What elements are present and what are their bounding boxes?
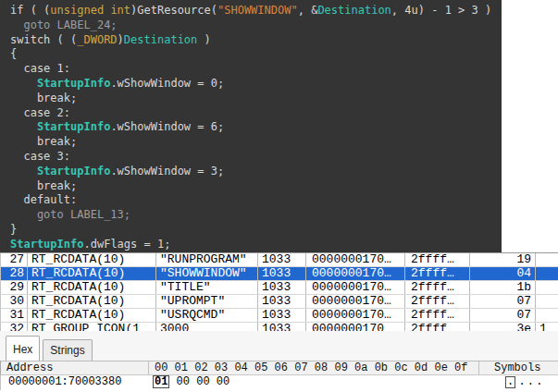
resource-row-27[interactable]: 27RT_RCDATA(10)"RUNPROGRAM"1033000000017… [0,253,558,267]
code-line: default: [10,193,502,208]
resource-address: 0000000170… [306,267,405,280]
resource-address: 0000000170… [306,309,405,322]
resource-language: 1033 [258,267,306,280]
resource-index: 28 [1,267,28,280]
symbol-values: . . . . [479,375,558,390]
resource-size: 07 [470,309,536,322]
resource-row-29[interactable]: 29RT_RCDATA(10)"TITLE"10330000000170…2ff… [0,281,558,295]
code-line: { [10,47,502,62]
resource-type: RT_RCDATA(10) [28,253,156,266]
code-line: StartupInfo.dwFlags = 1; [10,238,502,252]
resource-extra [536,309,558,322]
code-line: StartupInfo.wShowWindow = 0; [10,77,502,92]
code-line: break; [10,135,502,150]
resource-size: 1b [470,281,536,294]
resource-language: 1033 [258,323,306,331]
selected-symbol[interactable]: . [505,376,515,388]
resource-size: 3e [470,323,536,331]
code-line: switch ( (_DWORD)Destination ) [10,33,502,48]
decompiler-pseudocode-pane[interactable]: if ( (unsigned int)GetResource("SHOWWIND… [0,0,502,252]
code-line: } [10,223,502,238]
resource-index: 29 [1,281,28,294]
resource-index: 31 [1,309,28,322]
resource-offset: 2ffff… [405,309,470,322]
symbols-column-header[interactable]: Symbols [479,361,558,374]
resource-size: 04 [470,267,536,280]
resource-row-32[interactable]: 32RT_GROUP_ICON(13000103300000001702ffff… [0,323,558,331]
resource-extra: 1 [536,323,558,331]
hex-tabs: HexStrings [6,335,95,361]
resource-name: "RUNPROGRAM" [156,253,258,266]
resource-offset: 2ffff… [405,281,470,294]
address-column-header[interactable]: Address [1,361,149,374]
tab-hex[interactable]: Hex [6,336,40,361]
resource-table: 27RT_RCDATA(10)"RUNPROGRAM"1033000000017… [0,252,558,331]
byte-values: 01 00 00 00 [149,375,479,390]
code-line: goto LABEL_24; [10,18,502,33]
resource-address: 0000000170 [306,323,405,331]
code-line: StartupInfo.wShowWindow = 3; [10,165,502,179]
resource-index: 27 [1,253,28,266]
resource-extra [536,267,558,280]
resource-name: 3000 [156,323,258,331]
resource-name: "UPROMPT" [156,295,258,308]
resource-type: RT_RCDATA(10) [28,295,156,308]
resource-address: 0000000170… [306,295,405,308]
resource-offset: 2ffff [405,323,470,331]
code-line: break; [10,92,502,106]
resource-type: RT_RCDATA(10) [28,281,156,294]
code-line: case 3: [10,150,502,165]
resource-language: 1033 [258,309,306,322]
byte-rest: 00 00 00 [169,375,229,388]
hex-viewer-pane: HexStrings Address 00 01 02 03 04 05 06 … [0,331,558,392]
selected-byte[interactable]: 01 [153,375,169,388]
resource-type: RT_RCDATA(10) [28,309,156,322]
resource-offset: 2ffff… [405,295,470,308]
resource-index: 30 [1,295,28,308]
hex-data-row[interactable]: 00000001:70003380 01 00 00 00 . . . . [0,375,558,390]
malware-analysis-workspace: if ( (unsigned int)GetResource("SHOWWIND… [0,0,558,392]
code-line: break; [10,179,502,194]
resource-extra [536,281,558,294]
resource-extra [536,295,558,308]
resource-address: 0000000170… [306,253,405,266]
symbol-rest: . . . [516,375,542,388]
resource-offset: 2ffff… [405,253,470,266]
resource-offset: 2ffff… [405,267,470,280]
byte-offsets-column-header[interactable]: 00 01 02 03 04 05 06 07 08 09 0a 0b 0c 0… [149,361,479,374]
resource-language: 1033 [258,295,306,308]
code-line: case 1: [10,62,502,77]
resource-language: 1033 [258,253,306,266]
resource-size: 07 [470,295,536,308]
resource-type: RT_RCDATA(10) [28,267,156,280]
resource-row-31[interactable]: 31RT_RCDATA(10)"USRQCMD"10330000000170…2… [0,309,558,323]
code-line: case 2: [10,106,502,121]
resource-address: 0000000170… [306,281,405,294]
resource-name: "TITLE" [156,281,258,294]
code-line: StartupInfo.wShowWindow = 6; [10,120,502,135]
tab-strings[interactable]: Strings [43,339,92,361]
address-value: 00000001:70003380 [1,375,149,390]
code-line: goto LABEL_13; [10,208,502,223]
resource-name: "USRQCMD" [156,309,258,322]
resource-index: 32 [1,323,28,331]
resource-language: 1033 [258,281,306,294]
hex-header-row: Address 00 01 02 03 04 05 06 07 08 09 0a… [0,361,558,375]
resource-extra [536,253,558,266]
resource-row-30[interactable]: 30RT_RCDATA(10)"UPROMPT"10330000000170…2… [0,295,558,309]
code-line: if ( (unsigned int)GetResource("SHOWWIND… [10,4,502,18]
resource-type: RT_GROUP_ICON(1 [28,323,156,331]
resource-name: "SHOWWINDOW" [156,267,258,280]
resource-size: 19 [470,253,536,266]
resource-row-28[interactable]: 28RT_RCDATA(10)"SHOWWINDOW"1033000000017… [0,267,558,281]
